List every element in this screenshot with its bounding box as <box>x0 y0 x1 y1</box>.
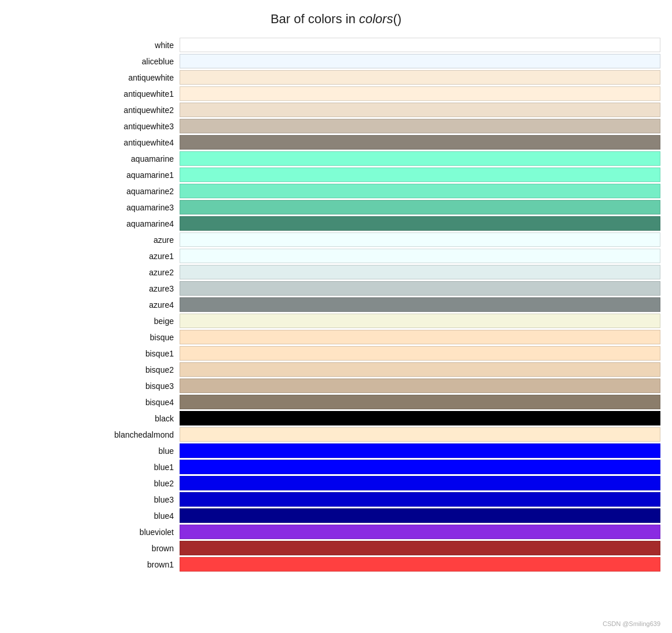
color-label: antiquewhite2 <box>6 106 180 115</box>
color-row: blueviolet <box>6 524 660 540</box>
color-label: azure <box>6 235 180 245</box>
color-row: azure3 <box>6 281 660 296</box>
color-bar <box>180 103 660 117</box>
color-row: blue <box>6 443 660 459</box>
color-row: bisque3 <box>6 378 660 394</box>
color-label: beige <box>6 316 180 326</box>
watermark: CSDN @Smiling639 <box>602 620 660 627</box>
color-bar <box>180 70 660 85</box>
color-row: aliceblue <box>6 53 660 69</box>
color-bar <box>180 216 660 231</box>
color-label: brown1 <box>6 560 180 569</box>
color-label: azure4 <box>6 300 180 310</box>
color-bar <box>180 54 660 68</box>
color-label: white <box>6 41 180 50</box>
color-label: azure3 <box>6 284 180 293</box>
color-row: beige <box>6 313 660 329</box>
color-row: bisque2 <box>6 362 660 377</box>
color-row: aquamarine <box>6 151 660 166</box>
color-label: antiquewhite1 <box>6 89 180 99</box>
color-label: black <box>6 414 180 423</box>
main-container: Bar of colors in colors() whitealiceblue… <box>0 0 672 633</box>
color-bar <box>180 249 660 263</box>
color-bar <box>180 232 660 247</box>
color-bar <box>180 541 660 555</box>
color-label: azure1 <box>6 252 180 261</box>
color-label: blueviolet <box>6 528 180 537</box>
color-bar <box>180 427 660 442</box>
title-suffix: () <box>393 12 401 26</box>
color-label: bisque3 <box>6 381 180 391</box>
color-row: antiquewhite1 <box>6 86 660 101</box>
color-bar <box>180 38 660 52</box>
color-label: aquamarine2 <box>6 187 180 196</box>
color-row: antiquewhite3 <box>6 118 660 134</box>
color-row: antiquewhite4 <box>6 134 660 150</box>
color-label: blue3 <box>6 495 180 504</box>
color-bar <box>180 508 660 523</box>
color-label: bisque1 <box>6 349 180 358</box>
color-bar <box>180 297 660 312</box>
color-label: antiquewhite <box>6 73 180 82</box>
color-bar <box>180 330 660 344</box>
color-row: bisque <box>6 329 660 345</box>
color-bar <box>180 86 660 101</box>
color-label: aquamarine <box>6 154 180 163</box>
color-row: antiquewhite2 <box>6 102 660 118</box>
color-bar <box>180 460 660 474</box>
color-label: bisque <box>6 333 180 342</box>
color-row: azure1 <box>6 248 660 264</box>
color-label: bisque4 <box>6 398 180 407</box>
color-row: blanchedalmond <box>6 427 660 442</box>
color-row: blue3 <box>6 492 660 507</box>
title-prefix: Bar of colors in <box>271 12 359 26</box>
color-bar <box>180 476 660 490</box>
color-label: blue <box>6 446 180 456</box>
color-bar <box>180 525 660 539</box>
color-row: azure4 <box>6 297 660 312</box>
color-bar <box>180 135 660 150</box>
color-bar <box>180 443 660 458</box>
color-bar <box>180 557 660 572</box>
color-label: azure2 <box>6 268 180 277</box>
color-row: bisque1 <box>6 345 660 361</box>
color-row: azure2 <box>6 264 660 280</box>
color-row: antiquewhite <box>6 70 660 85</box>
color-label: aquamarine4 <box>6 219 180 228</box>
color-label: blanchedalmond <box>6 430 180 439</box>
color-row: black <box>6 410 660 426</box>
color-bar <box>180 168 660 182</box>
color-bar <box>180 200 660 214</box>
color-bar <box>180 411 660 425</box>
color-row: azure <box>6 232 660 248</box>
color-bar <box>180 379 660 393</box>
color-row: blue2 <box>6 475 660 491</box>
color-bar <box>180 265 660 279</box>
color-label: bisque2 <box>6 365 180 374</box>
color-bar <box>180 151 660 166</box>
color-row: blue1 <box>6 459 660 475</box>
color-bar <box>180 184 660 198</box>
color-row: brown <box>6 540 660 556</box>
color-row: aquamarine1 <box>6 167 660 183</box>
color-row: white <box>6 37 660 53</box>
color-label: antiquewhite3 <box>6 122 180 131</box>
color-bar <box>180 346 660 361</box>
color-bar <box>180 395 660 409</box>
chart-area: whitealiceblueantiquewhiteantiquewhite1a… <box>0 37 672 573</box>
title-italic: colors <box>359 12 393 26</box>
color-label: blue4 <box>6 511 180 521</box>
color-row: aquamarine3 <box>6 199 660 215</box>
color-label: brown <box>6 544 180 553</box>
color-row: brown1 <box>6 556 660 572</box>
color-row: blue4 <box>6 508 660 523</box>
color-row: aquamarine2 <box>6 183 660 199</box>
color-label: antiquewhite4 <box>6 138 180 147</box>
color-bar <box>180 314 660 328</box>
color-label: aliceblue <box>6 57 180 66</box>
color-bar <box>180 492 660 507</box>
chart-title: Bar of colors in colors() <box>0 12 672 27</box>
color-bar <box>180 281 660 296</box>
color-bar <box>180 362 660 377</box>
color-row: aquamarine4 <box>6 216 660 231</box>
